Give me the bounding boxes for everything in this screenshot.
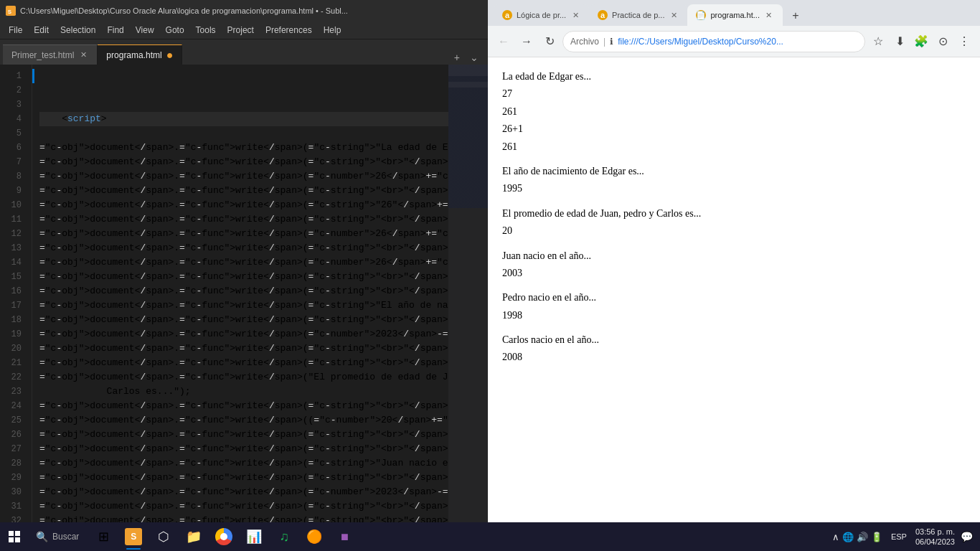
browser-tab-close-2[interactable]: ✕ [764, 10, 774, 20]
start-button[interactable] [0, 522, 29, 551]
browser-menu-button[interactable]: ⋮ [954, 32, 974, 52]
taskbar-sublime[interactable]: S [119, 522, 148, 551]
minimap [448, 65, 488, 532]
chevron-up-icon[interactable]: ∧ [832, 532, 839, 542]
tab-programa[interactable]: programa.html ● [98, 44, 182, 65]
network-icon[interactable]: 🌐 [842, 532, 854, 542]
content-blank [502, 156, 966, 164]
taskbar-purple[interactable]: ■ [330, 522, 359, 551]
browser-new-tab-button[interactable]: + [786, 6, 806, 26]
date-display: 06/04/2023 [915, 537, 955, 547]
line-number-31: 31 [0, 499, 26, 514]
code-line-17: ="c-obj">document</span>.="c-func">write… [39, 298, 448, 313]
reload-button[interactable]: ↻ [540, 32, 560, 52]
code-content[interactable]: <script> ="c-obj">document</span>.="c-fu… [32, 65, 448, 532]
back-button[interactable]: ← [494, 32, 514, 52]
taskbar-chrome[interactable] [209, 522, 238, 551]
taskbar-search[interactable]: 🔍 Buscar [29, 522, 86, 551]
browser-tab-2[interactable]: 📄programa.ht...✕ [687, 4, 782, 26]
line-number-7: 7 [0, 155, 26, 169]
code-line-28: ="c-obj">document</span>.="c-func">write… [39, 456, 448, 471]
line-number-25: 25 [0, 413, 26, 428]
content-blank [502, 199, 966, 206]
unsaved-dot: ● [166, 50, 174, 61]
tab-label: Primer_test.html [11, 50, 74, 60]
browser-toolbar: ← → ↻ Archivo | ℹ file:///C:/Users/Migue… [488, 26, 980, 57]
menu-item-file[interactable]: File [3, 22, 28, 39]
line-number-5: 5 [0, 126, 26, 141]
menu-item-preferences[interactable]: Preferences [260, 22, 318, 39]
tab-close-primer[interactable]: ✕ [78, 50, 88, 60]
tab-primer-test[interactable]: Primer_test.html ✕ [3, 44, 98, 65]
line-number-23: 23 [0, 385, 26, 399]
battery-icon[interactable]: 🔋 [871, 532, 882, 542]
line-number-27: 27 [0, 442, 26, 456]
browser-tab-close-0[interactable]: ✕ [570, 10, 580, 20]
tab-bar-actions: + ⌄ [451, 50, 485, 65]
menu-item-goto[interactable]: Goto [160, 22, 190, 39]
language-indicator[interactable]: ESP [888, 532, 910, 541]
forward-button[interactable]: → [517, 32, 537, 52]
address-text: file:///C:/Users/Miguel/Desktop/Curso%20… [618, 37, 857, 47]
taskbar-excel[interactable]: 📊 [240, 522, 268, 551]
browser-tab-close-1[interactable]: ✕ [669, 10, 679, 20]
menu-item-edit[interactable]: Edit [28, 22, 55, 39]
taskbar-spotify[interactable]: ♫ [270, 522, 298, 551]
address-bar[interactable]: Archivo | ℹ file:///C:/Users/Miguel/Desk… [562, 31, 865, 52]
content-line: Carlos nacio en el año... [502, 332, 966, 348]
code-line-15: ="c-obj">document</span>.="c-func">write… [39, 270, 448, 284]
taskbar-fileexplorer[interactable]: 📁 [179, 522, 208, 551]
taskbar-widgets[interactable]: ⊞ [89, 522, 118, 551]
content-blank [502, 325, 966, 332]
code-line-22: ="c-obj">document</span>.="c-func">write… [39, 370, 448, 385]
content-line: El año de nacimiento de Edgar es... [502, 164, 966, 179]
line-number-8: 8 [0, 169, 26, 184]
browser-tab-title-0: Lógica de pr... [517, 11, 566, 19]
volume-icon[interactable]: 🔊 [857, 532, 868, 542]
content-line: 27 [502, 86, 966, 102]
menu-item-tools[interactable]: Tools [190, 22, 222, 39]
notification-icon[interactable]: 💬 [961, 531, 973, 542]
code-line-23: Carlos es..."); [39, 385, 448, 399]
line-number-16: 16 [0, 284, 26, 298]
code-line-24: ="c-obj">document</span>.="c-func">write… [39, 399, 448, 413]
content-line: 1998 [502, 308, 966, 324]
menu-item-help[interactable]: Help [318, 22, 347, 39]
address-label: Archivo [570, 37, 599, 47]
code-line-11: ="c-obj">document</span>.="c-func">write… [39, 212, 448, 227]
taskbar-another[interactable]: 🟠 [300, 522, 329, 551]
browser-tab-1[interactable]: aPractica de p...✕ [589, 4, 687, 26]
code-line-21: ="c-obj">document</span>.="c-func">write… [39, 356, 448, 370]
content-line: Pedro nacio en el año... [502, 290, 966, 306]
taskbar-right: ∧ 🌐 🔊 🔋 ESP 03:56 p. m. 06/04/2023 💬 [832, 527, 980, 547]
clock[interactable]: 03:56 p. m. 06/04/2023 [915, 527, 955, 547]
line-number-18: 18 [0, 313, 26, 327]
line-number-2: 2 [0, 83, 26, 98]
menu-item-find[interactable]: Find [101, 22, 129, 39]
taskbar: 🔍 Buscar ⊞ S ⬡ 📁 📊 ♫ 🟠 ■ [0, 522, 980, 551]
line-number-21: 21 [0, 356, 26, 370]
bookmark-button[interactable]: ☆ [868, 32, 888, 52]
info-icon: ℹ [610, 37, 613, 47]
taskbar-taskview[interactable]: ⬡ [149, 522, 178, 551]
download-button[interactable]: ⬇ [890, 32, 910, 52]
tab-label: programa.html [106, 50, 161, 60]
app-icon: S [6, 6, 16, 16]
menu-item-project[interactable]: Project [222, 22, 260, 39]
minimap-preview [448, 65, 488, 208]
code-line-27: ="c-obj">document</span>.="c-func">write… [39, 442, 448, 456]
code-editor[interactable]: 1234567891011121314151617181920212223242… [0, 65, 488, 532]
profile-button[interactable]: ⊙ [933, 32, 953, 52]
extensions-button[interactable]: 🧩 [911, 32, 931, 52]
line-number-17: 17 [0, 298, 26, 313]
tab-list-button[interactable]: ⌄ [466, 50, 482, 65]
code-line-2 [39, 83, 448, 98]
line-number-3: 3 [0, 98, 26, 112]
browser-content: La edad de Edgar es...2726126+1261El año… [488, 57, 980, 551]
new-tab-button[interactable]: + [451, 50, 463, 65]
code-line-16: ="c-obj">document</span>.="c-func">write… [39, 284, 448, 298]
menu-item-view[interactable]: View [130, 22, 160, 39]
menu-item-selection[interactable]: Selection [55, 22, 101, 39]
browser-tab-0[interactable]: aLógica de pr...✕ [494, 4, 589, 26]
line-number-29: 29 [0, 471, 26, 485]
